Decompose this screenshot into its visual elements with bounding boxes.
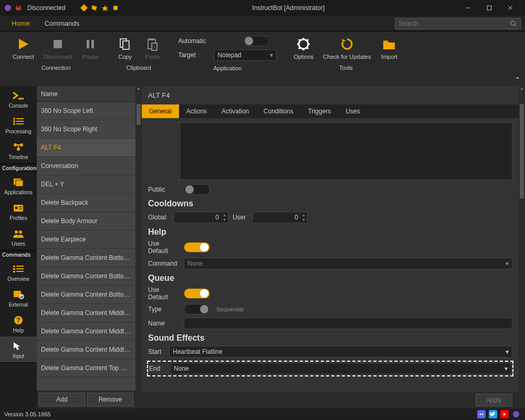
nav-timeline[interactable]: Timeline <box>0 138 37 163</box>
detail-scrollbar[interactable]: ▲ <box>519 86 525 408</box>
tab-home[interactable]: Home <box>4 16 37 30</box>
maximize-button[interactable] <box>479 0 500 16</box>
public-toggle[interactable] <box>184 184 210 195</box>
svg-point-47 <box>15 230 18 234</box>
command-list-body[interactable]: 360 No Scope Left360 No Scope RightALT F… <box>37 102 135 391</box>
disconnect-button[interactable]: Disconnect <box>39 34 76 62</box>
command-list-item[interactable]: ALT F4 <box>37 139 135 157</box>
command-list-item[interactable]: Delete Gamma Content Bottom ... <box>37 249 135 267</box>
detail-tab-actions[interactable]: Actions <box>179 104 214 118</box>
discord-icon[interactable] <box>477 410 486 419</box>
help-command-dropdown[interactable]: None <box>184 258 512 269</box>
folder-icon <box>381 36 397 52</box>
command-list-item[interactable]: 360 No Scope Right <box>37 120 135 139</box>
add-button[interactable]: Add <box>39 393 85 406</box>
version-label: Version 3.05.1865 <box>4 411 51 417</box>
nav-overview[interactable]: Overview <box>0 259 37 285</box>
svg-line-10 <box>514 25 516 26</box>
youtube-icon[interactable] <box>500 410 509 419</box>
connect-button[interactable]: Connect <box>8 34 38 62</box>
user-spinner[interactable]: ▲▼ <box>253 212 308 223</box>
detail-tab-triggers[interactable]: Triggers <box>301 104 339 118</box>
queue-default-toggle[interactable] <box>184 288 210 299</box>
paste-icon <box>144 36 161 52</box>
svg-rect-1 <box>16 5 17 7</box>
svg-rect-51 <box>13 268 15 270</box>
help-default-toggle[interactable] <box>184 242 210 253</box>
pause-button[interactable]: Pause <box>77 34 103 62</box>
command-list-item[interactable]: Delete Gamma Content Top Cen... <box>37 359 135 377</box>
bot-icon[interactable] <box>511 410 521 419</box>
paste-button[interactable]: Paste <box>139 34 165 62</box>
timeline-icon <box>11 141 26 153</box>
command-list-item[interactable]: Conversation <box>37 157 135 175</box>
svg-line-27 <box>299 47 300 49</box>
copy-icon <box>117 36 133 52</box>
sound-start-dropdown[interactable]: Heartbeat Flatline <box>169 346 512 358</box>
automatic-toggle[interactable] <box>243 36 269 46</box>
twitter-icon[interactable] <box>488 410 498 419</box>
command-list-item[interactable]: Delete Backpack <box>37 194 135 212</box>
nav-profiles[interactable]: Profiles <box>0 198 37 224</box>
sound-start-label: Start <box>148 348 165 355</box>
ribbon-collapse-button[interactable]: ⌃ <box>514 76 521 84</box>
queue-name-input[interactable] <box>184 318 512 329</box>
nav-help[interactable]: ? Help <box>0 311 37 337</box>
check-updates-button[interactable]: Check for Updates <box>319 34 375 62</box>
search-box[interactable] <box>395 18 521 29</box>
global-spinner[interactable]: ▲▼ <box>173 212 228 223</box>
minimize-button[interactable] <box>458 0 479 16</box>
command-list-item[interactable]: Delete Body Armour <box>37 212 135 230</box>
help-heading: Help <box>148 227 512 237</box>
command-list-item[interactable]: Delete Gamma Content Bottom ... <box>37 286 135 304</box>
status-icon-3 <box>101 4 109 12</box>
tab-commands[interactable]: Commands <box>37 16 87 30</box>
description-textarea[interactable] <box>180 122 512 180</box>
nav-console[interactable]: Console <box>0 86 37 112</box>
command-list-item[interactable]: Delete Gamma Content Bottom L... <box>37 267 135 286</box>
svg-rect-12 <box>87 40 89 48</box>
svg-point-32 <box>13 120 15 122</box>
detail-tab-activation[interactable]: Activation <box>214 104 256 118</box>
command-list-item[interactable]: Delete Gamma Content Middle Ri... <box>37 341 135 359</box>
close-button[interactable] <box>500 0 521 16</box>
svg-point-64 <box>513 411 519 417</box>
queue-heading: Queue <box>148 274 512 283</box>
nav-applications[interactable]: Applications <box>0 173 37 198</box>
ribbon-group-application: Automatic Target Notepad Application <box>170 34 285 86</box>
sound-end-dropdown[interactable]: None <box>170 363 511 374</box>
apply-button[interactable]: Apply <box>476 394 512 406</box>
ribbon-group-tools: Options Check for Updates Import Tools <box>285 34 406 86</box>
nav-processing[interactable]: Processing <box>0 112 37 138</box>
command-list-item[interactable]: 360 No Scope Left <box>37 102 135 120</box>
target-dropdown[interactable]: Notepad <box>214 49 277 61</box>
nav-input[interactable]: Input <box>0 337 37 362</box>
command-list-header[interactable]: Name <box>37 86 135 102</box>
copy-button[interactable]: Copy <box>112 34 138 62</box>
detail-tab-uses[interactable]: Uses <box>338 104 367 118</box>
nav-users[interactable]: Users <box>0 224 37 250</box>
command-list-item[interactable]: Delete Gamma Content Middle C... <box>37 304 135 322</box>
options-button[interactable]: Options <box>289 34 318 62</box>
automatic-label: Automatic <box>178 37 209 45</box>
queue-type-toggle[interactable] <box>184 304 210 314</box>
command-list: Name 360 No Scope Left360 No Scope Right… <box>37 86 135 408</box>
import-button[interactable]: Import <box>376 34 402 62</box>
command-list-item[interactable]: DEL + Y <box>37 175 135 194</box>
window-title: InstructBot [Administrator] <box>119 4 458 12</box>
command-list-item[interactable]: Delete Gamma Content Middle L... <box>37 322 135 341</box>
detail-tab-conditions[interactable]: Conditions <box>256 104 301 118</box>
command-list-item[interactable]: Delete Earpiece <box>37 230 135 249</box>
detail-tab-general[interactable]: General <box>142 104 179 118</box>
svg-point-44 <box>15 207 18 209</box>
left-nav: Console Processing Timeline Configuratio… <box>0 86 37 408</box>
remove-button[interactable]: Remove <box>87 393 133 406</box>
search-input[interactable] <box>398 20 510 27</box>
svg-rect-17 <box>150 38 154 40</box>
command-list-scrollbar[interactable]: ▲ <box>135 86 142 408</box>
queue-default-label: Use Default <box>148 286 180 301</box>
svg-line-28 <box>307 39 308 41</box>
nav-external[interactable]: External <box>0 285 37 311</box>
status-icon-4 <box>112 4 119 12</box>
external-icon <box>11 288 26 301</box>
